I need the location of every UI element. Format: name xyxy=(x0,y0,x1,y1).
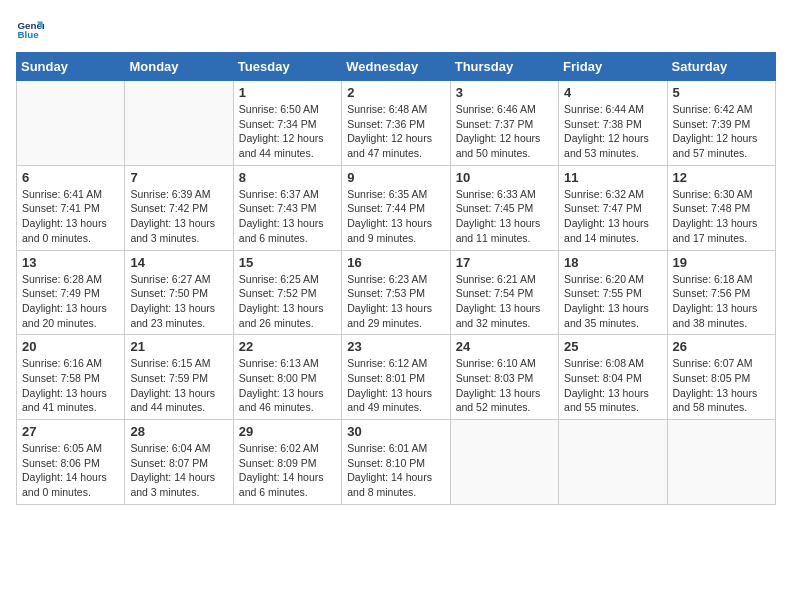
day-number: 30 xyxy=(347,424,444,439)
calendar-day-cell: 1Sunrise: 6:50 AMSunset: 7:34 PMDaylight… xyxy=(233,81,341,166)
day-info: Sunrise: 6:20 AMSunset: 7:55 PMDaylight:… xyxy=(564,272,661,331)
page-header: General Blue xyxy=(16,16,776,44)
day-info: Sunrise: 6:41 AMSunset: 7:41 PMDaylight:… xyxy=(22,187,119,246)
day-info: Sunrise: 6:12 AMSunset: 8:01 PMDaylight:… xyxy=(347,356,444,415)
day-number: 13 xyxy=(22,255,119,270)
weekday-header: Wednesday xyxy=(342,53,450,81)
weekday-header: Thursday xyxy=(450,53,558,81)
weekday-header: Saturday xyxy=(667,53,775,81)
day-info: Sunrise: 6:07 AMSunset: 8:05 PMDaylight:… xyxy=(673,356,770,415)
day-info: Sunrise: 6:21 AMSunset: 7:54 PMDaylight:… xyxy=(456,272,553,331)
day-number: 17 xyxy=(456,255,553,270)
day-info: Sunrise: 6:33 AMSunset: 7:45 PMDaylight:… xyxy=(456,187,553,246)
calendar-week-row: 27Sunrise: 6:05 AMSunset: 8:06 PMDayligh… xyxy=(17,420,776,505)
day-number: 16 xyxy=(347,255,444,270)
day-number: 24 xyxy=(456,339,553,354)
day-number: 8 xyxy=(239,170,336,185)
day-number: 23 xyxy=(347,339,444,354)
weekday-header: Tuesday xyxy=(233,53,341,81)
day-number: 14 xyxy=(130,255,227,270)
day-number: 5 xyxy=(673,85,770,100)
logo-icon: General Blue xyxy=(16,16,44,44)
calendar-day-cell: 5Sunrise: 6:42 AMSunset: 7:39 PMDaylight… xyxy=(667,81,775,166)
day-number: 19 xyxy=(673,255,770,270)
day-info: Sunrise: 6:44 AMSunset: 7:38 PMDaylight:… xyxy=(564,102,661,161)
calendar-day-cell: 16Sunrise: 6:23 AMSunset: 7:53 PMDayligh… xyxy=(342,250,450,335)
day-info: Sunrise: 6:27 AMSunset: 7:50 PMDaylight:… xyxy=(130,272,227,331)
day-number: 7 xyxy=(130,170,227,185)
calendar-day-cell: 11Sunrise: 6:32 AMSunset: 7:47 PMDayligh… xyxy=(559,165,667,250)
day-info: Sunrise: 6:50 AMSunset: 7:34 PMDaylight:… xyxy=(239,102,336,161)
weekday-header: Sunday xyxy=(17,53,125,81)
calendar-week-row: 1Sunrise: 6:50 AMSunset: 7:34 PMDaylight… xyxy=(17,81,776,166)
calendar-day-cell: 9Sunrise: 6:35 AMSunset: 7:44 PMDaylight… xyxy=(342,165,450,250)
calendar-day-cell: 7Sunrise: 6:39 AMSunset: 7:42 PMDaylight… xyxy=(125,165,233,250)
calendar-day-cell xyxy=(667,420,775,505)
calendar-day-cell: 10Sunrise: 6:33 AMSunset: 7:45 PMDayligh… xyxy=(450,165,558,250)
calendar-day-cell: 17Sunrise: 6:21 AMSunset: 7:54 PMDayligh… xyxy=(450,250,558,335)
day-info: Sunrise: 6:39 AMSunset: 7:42 PMDaylight:… xyxy=(130,187,227,246)
calendar-day-cell: 21Sunrise: 6:15 AMSunset: 7:59 PMDayligh… xyxy=(125,335,233,420)
calendar-week-row: 20Sunrise: 6:16 AMSunset: 7:58 PMDayligh… xyxy=(17,335,776,420)
day-number: 11 xyxy=(564,170,661,185)
calendar-day-cell: 30Sunrise: 6:01 AMSunset: 8:10 PMDayligh… xyxy=(342,420,450,505)
day-info: Sunrise: 6:08 AMSunset: 8:04 PMDaylight:… xyxy=(564,356,661,415)
day-info: Sunrise: 6:28 AMSunset: 7:49 PMDaylight:… xyxy=(22,272,119,331)
calendar-week-row: 13Sunrise: 6:28 AMSunset: 7:49 PMDayligh… xyxy=(17,250,776,335)
weekday-header: Friday xyxy=(559,53,667,81)
day-number: 26 xyxy=(673,339,770,354)
day-info: Sunrise: 6:18 AMSunset: 7:56 PMDaylight:… xyxy=(673,272,770,331)
calendar-day-cell xyxy=(450,420,558,505)
calendar-day-cell: 28Sunrise: 6:04 AMSunset: 8:07 PMDayligh… xyxy=(125,420,233,505)
day-number: 12 xyxy=(673,170,770,185)
calendar-day-cell: 19Sunrise: 6:18 AMSunset: 7:56 PMDayligh… xyxy=(667,250,775,335)
day-info: Sunrise: 6:25 AMSunset: 7:52 PMDaylight:… xyxy=(239,272,336,331)
calendar-day-cell: 12Sunrise: 6:30 AMSunset: 7:48 PMDayligh… xyxy=(667,165,775,250)
weekday-header: Monday xyxy=(125,53,233,81)
day-number: 9 xyxy=(347,170,444,185)
day-info: Sunrise: 6:46 AMSunset: 7:37 PMDaylight:… xyxy=(456,102,553,161)
svg-text:Blue: Blue xyxy=(17,29,39,40)
day-info: Sunrise: 6:42 AMSunset: 7:39 PMDaylight:… xyxy=(673,102,770,161)
calendar-day-cell xyxy=(559,420,667,505)
calendar-day-cell: 22Sunrise: 6:13 AMSunset: 8:00 PMDayligh… xyxy=(233,335,341,420)
day-number: 6 xyxy=(22,170,119,185)
day-info: Sunrise: 6:01 AMSunset: 8:10 PMDaylight:… xyxy=(347,441,444,500)
calendar-day-cell: 20Sunrise: 6:16 AMSunset: 7:58 PMDayligh… xyxy=(17,335,125,420)
calendar-week-row: 6Sunrise: 6:41 AMSunset: 7:41 PMDaylight… xyxy=(17,165,776,250)
day-number: 10 xyxy=(456,170,553,185)
logo: General Blue xyxy=(16,16,46,44)
day-info: Sunrise: 6:05 AMSunset: 8:06 PMDaylight:… xyxy=(22,441,119,500)
calendar-header-row: SundayMondayTuesdayWednesdayThursdayFrid… xyxy=(17,53,776,81)
day-number: 15 xyxy=(239,255,336,270)
calendar-day-cell: 29Sunrise: 6:02 AMSunset: 8:09 PMDayligh… xyxy=(233,420,341,505)
day-info: Sunrise: 6:02 AMSunset: 8:09 PMDaylight:… xyxy=(239,441,336,500)
calendar-day-cell: 23Sunrise: 6:12 AMSunset: 8:01 PMDayligh… xyxy=(342,335,450,420)
day-info: Sunrise: 6:16 AMSunset: 7:58 PMDaylight:… xyxy=(22,356,119,415)
calendar-day-cell: 6Sunrise: 6:41 AMSunset: 7:41 PMDaylight… xyxy=(17,165,125,250)
day-info: Sunrise: 6:30 AMSunset: 7:48 PMDaylight:… xyxy=(673,187,770,246)
day-number: 18 xyxy=(564,255,661,270)
day-number: 4 xyxy=(564,85,661,100)
calendar-day-cell: 13Sunrise: 6:28 AMSunset: 7:49 PMDayligh… xyxy=(17,250,125,335)
day-number: 3 xyxy=(456,85,553,100)
calendar-day-cell xyxy=(125,81,233,166)
calendar-day-cell: 8Sunrise: 6:37 AMSunset: 7:43 PMDaylight… xyxy=(233,165,341,250)
day-info: Sunrise: 6:15 AMSunset: 7:59 PMDaylight:… xyxy=(130,356,227,415)
day-info: Sunrise: 6:32 AMSunset: 7:47 PMDaylight:… xyxy=(564,187,661,246)
calendar-day-cell: 27Sunrise: 6:05 AMSunset: 8:06 PMDayligh… xyxy=(17,420,125,505)
day-number: 20 xyxy=(22,339,119,354)
day-info: Sunrise: 6:13 AMSunset: 8:00 PMDaylight:… xyxy=(239,356,336,415)
day-number: 25 xyxy=(564,339,661,354)
calendar-day-cell xyxy=(17,81,125,166)
calendar-day-cell: 25Sunrise: 6:08 AMSunset: 8:04 PMDayligh… xyxy=(559,335,667,420)
day-number: 1 xyxy=(239,85,336,100)
day-number: 29 xyxy=(239,424,336,439)
calendar-day-cell: 3Sunrise: 6:46 AMSunset: 7:37 PMDaylight… xyxy=(450,81,558,166)
day-number: 27 xyxy=(22,424,119,439)
day-info: Sunrise: 6:23 AMSunset: 7:53 PMDaylight:… xyxy=(347,272,444,331)
calendar-day-cell: 2Sunrise: 6:48 AMSunset: 7:36 PMDaylight… xyxy=(342,81,450,166)
calendar-day-cell: 26Sunrise: 6:07 AMSunset: 8:05 PMDayligh… xyxy=(667,335,775,420)
day-info: Sunrise: 6:48 AMSunset: 7:36 PMDaylight:… xyxy=(347,102,444,161)
day-number: 28 xyxy=(130,424,227,439)
